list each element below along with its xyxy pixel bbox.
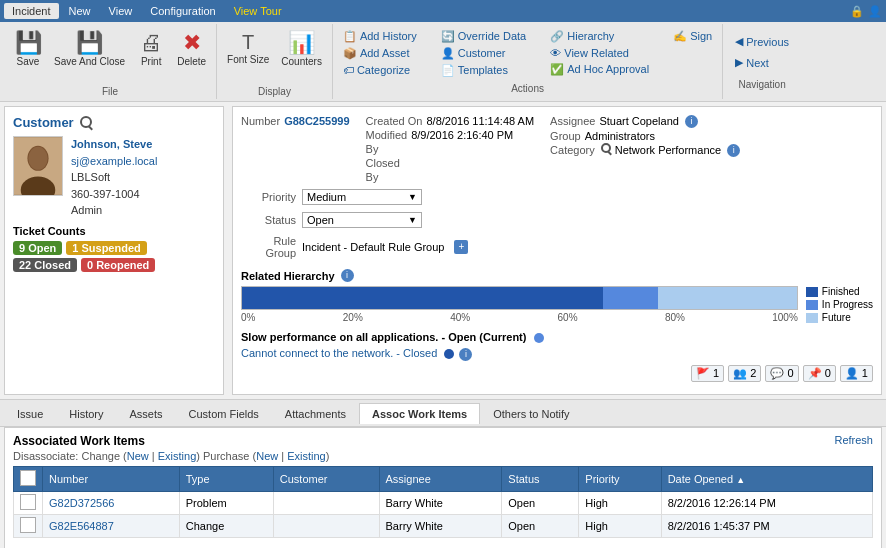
row1-number-link[interactable]: G82D372566 xyxy=(49,497,114,509)
customer-button[interactable]: 👤 Customer xyxy=(437,46,530,61)
menu-incident[interactable]: Incident xyxy=(4,3,59,19)
assign-col: Assignee Stuart Copeland i Group Adminis… xyxy=(550,115,740,183)
legend-inprogress-color xyxy=(806,300,818,310)
progress-container: 0% 20% 40% 60% 80% 100% Finished xyxy=(241,286,873,323)
col-assignee: Assignee xyxy=(379,467,502,492)
templates-label: Templates xyxy=(458,64,508,76)
file-buttons: 💾 Save 💾 Save And Close 🖨 Print ✖ Delete xyxy=(10,26,210,84)
by-label: By xyxy=(366,143,379,155)
font-size-button[interactable]: T Font Size xyxy=(223,30,273,67)
next-button[interactable]: ▶ Next xyxy=(731,54,793,71)
tab-issue[interactable]: Issue xyxy=(4,403,56,424)
customer-title: Customer xyxy=(13,115,74,130)
tab-history[interactable]: History xyxy=(56,403,116,424)
override-label: Override Data xyxy=(458,30,526,42)
category-search-icon[interactable] xyxy=(601,143,611,153)
actions-rows: 📋 Add History 📦 Add Asset 🏷 Categorize 🔄… xyxy=(339,29,716,78)
ticket-row-2: 22 Closed 0 Reopened xyxy=(13,258,215,272)
customer-photo xyxy=(13,136,63,196)
created-value: 8/8/2016 11:14:48 AM xyxy=(426,115,534,127)
refresh-button[interactable]: Refresh xyxy=(834,434,873,446)
user-icon: 👤 xyxy=(868,5,882,18)
purchase-existing-link[interactable]: Existing xyxy=(287,450,326,462)
add-asset-label: Add Asset xyxy=(360,47,410,59)
print-icon: 🖨 xyxy=(140,32,162,54)
status-icon-pin[interactable]: 📌 0 xyxy=(803,365,836,382)
status-icon-message[interactable]: 💬 0 xyxy=(765,365,798,382)
row1-checkbox[interactable] xyxy=(20,494,36,510)
print-button[interactable]: 🖨 Print xyxy=(133,30,169,69)
categorize-label: Categorize xyxy=(357,64,410,76)
menu-view[interactable]: View xyxy=(101,3,141,19)
customer-info: Johnson, Steve sj@example.local LBLSoft … xyxy=(13,136,215,219)
save-close-button[interactable]: 💾 Save And Close xyxy=(50,30,129,69)
table-row: G82E564887 Change Barry White Open High … xyxy=(14,515,873,538)
status-icon-people[interactable]: 👥 2 xyxy=(728,365,761,382)
status-arrow: ▼ xyxy=(408,215,417,225)
progress-labels: 0% 20% 40% 60% 80% 100% xyxy=(241,312,798,323)
row2-date: 8/2/2016 1:45:37 PM xyxy=(661,515,872,538)
status-icon-flag[interactable]: 🚩 1 xyxy=(691,365,724,382)
add-history-button[interactable]: 📋 Add History xyxy=(339,29,421,44)
category-info-icon[interactable]: i xyxy=(727,144,740,157)
assignee-info-icon[interactable]: i xyxy=(685,115,698,128)
templates-button[interactable]: 📄 Templates xyxy=(437,63,530,78)
save-icon: 💾 xyxy=(15,32,42,54)
svg-point-3 xyxy=(28,147,47,170)
closed-by-label: By xyxy=(366,171,379,183)
related-item-2-text[interactable]: Cannot connect to the network. - Closed xyxy=(241,347,437,359)
related-item-2-info-icon[interactable]: i xyxy=(459,348,472,361)
created-row: Created On 8/8/2016 11:14:48 AM xyxy=(366,115,535,127)
menu-right-icons: 🔒 👤 xyxy=(850,5,882,18)
sign-button[interactable]: ✍ Sign xyxy=(669,29,716,44)
group-label: Group xyxy=(550,130,581,142)
form-col: Priority Medium ▼ Status Open ▼ Rule Gro… xyxy=(241,189,468,263)
delete-button[interactable]: ✖ Delete xyxy=(173,30,210,69)
row2-number-link[interactable]: G82E564887 xyxy=(49,520,114,532)
col-check xyxy=(14,467,43,492)
header-checkbox[interactable] xyxy=(20,470,36,486)
status-icon-person[interactable]: 👤 1 xyxy=(840,365,873,382)
change-new-link[interactable]: New xyxy=(127,450,149,462)
categorize-button[interactable]: 🏷 Categorize xyxy=(339,63,421,77)
override-icon: 🔄 xyxy=(441,30,455,43)
previous-icon: ◀ xyxy=(735,35,743,48)
menu-new[interactable]: New xyxy=(61,3,99,19)
ad-hoc-button[interactable]: ✅ Ad Hoc Approval xyxy=(546,62,653,77)
col-status: Status xyxy=(502,467,579,492)
tab-custom-fields[interactable]: Custom Fields xyxy=(176,403,272,424)
created-label: Created On xyxy=(366,115,423,127)
legend-future-label: Future xyxy=(822,312,851,323)
status-select[interactable]: Open ▼ xyxy=(302,212,422,228)
save-button[interactable]: 💾 Save xyxy=(10,30,46,69)
previous-button[interactable]: ◀ Previous xyxy=(731,33,793,50)
by-row: By xyxy=(366,143,535,155)
customer-search-icon[interactable] xyxy=(80,116,92,128)
row2-checkbox[interactable] xyxy=(20,517,36,533)
view-related-button[interactable]: 👁 View Related xyxy=(546,46,653,60)
reopened-badge: 0 Reopened xyxy=(81,258,155,272)
change-existing-link[interactable]: Existing xyxy=(158,450,197,462)
tab-assets[interactable]: Assets xyxy=(117,403,176,424)
hierarchy-button[interactable]: 🔗 Hierarchy xyxy=(546,29,653,44)
priority-arrow: ▼ xyxy=(408,192,417,202)
add-asset-button[interactable]: 📦 Add Asset xyxy=(339,46,421,61)
hierarchy-info-icon[interactable]: i xyxy=(341,269,354,282)
tab-attachments[interactable]: Attachments xyxy=(272,403,359,424)
customer-header: Customer xyxy=(13,115,215,130)
rule-group-icon[interactable]: + xyxy=(454,240,468,254)
add-history-icon: 📋 xyxy=(343,30,357,43)
add-history-label: Add History xyxy=(360,30,417,42)
rule-group-value: Incident - Default Rule Group xyxy=(302,241,444,253)
tab-others-to-notify[interactable]: Others to Notify xyxy=(480,403,582,424)
menu-view-tour[interactable]: View Tour xyxy=(226,3,290,19)
assignee-label: Assignee xyxy=(550,115,595,128)
menu-configuration[interactable]: Configuration xyxy=(142,3,223,19)
override-data-button[interactable]: 🔄 Override Data xyxy=(437,29,530,44)
progress-bar xyxy=(241,286,798,310)
tab-assoc-work-items[interactable]: Assoc Work Items xyxy=(359,403,480,424)
display-buttons: T Font Size 📊 Counters xyxy=(223,26,326,84)
priority-select[interactable]: Medium ▼ xyxy=(302,189,422,205)
counters-button[interactable]: 📊 Counters xyxy=(277,30,326,69)
purchase-new-link[interactable]: New xyxy=(256,450,278,462)
